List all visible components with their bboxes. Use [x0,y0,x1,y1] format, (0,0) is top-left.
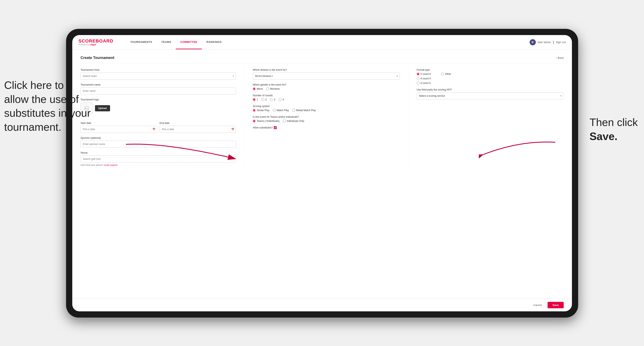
avatar: B [530,39,536,45]
rounds-2-option[interactable]: 2 [262,98,267,101]
scoring-match-option[interactable]: Match Play [273,109,289,112]
rounds-3-option[interactable]: 3 [270,98,276,101]
rounds-1-label: 1 [257,98,258,101]
scoring-api-group: Use third-party live scoring API? Select… [417,88,564,99]
end-date-label: End date [160,122,236,125]
venue-email-link[interactable]: email support [104,164,118,166]
nav-item-committee[interactable]: COMMITTEE [176,35,202,49]
tablet-screen: SCOREBOARD Powered by clippd TOURNAMENTS… [72,35,572,311]
form-column-2: Which division is the event for? NCAA Di… [244,68,400,170]
nav-item-tournaments[interactable]: TOURNAMENTS [126,35,157,49]
substitutes-label: Allow substitutes? [253,126,272,129]
format-other-option[interactable]: Other [441,73,451,75]
format-5count4-radio[interactable] [417,73,420,75]
scoring-stroke-option[interactable]: Stroke Play [253,109,269,112]
scoring-medal-option[interactable]: Medal Match Play [292,109,316,112]
start-date-group: Start date [80,122,157,133]
scoring-medal-label: Medal Match Play [296,109,316,112]
format-6count4-radio[interactable] [417,77,420,80]
scoring-match-label: Match Play [277,109,289,112]
scoring-medal-radio[interactable] [292,109,295,112]
tournament-host-select-wrapper [80,73,236,80]
rounds-label: Number of rounds [253,94,400,97]
rounds-4-label: 4 [282,98,284,101]
nav-item-rankings[interactable]: RANKINGS [202,35,226,49]
separator: | [553,40,554,44]
rounds-group: Number of rounds 1 2 [253,94,400,101]
scoring-label: Scoring system [253,105,400,108]
rounds-3-label: 3 [274,98,276,101]
format-6count4-option[interactable]: 6 count 4 [417,77,564,80]
format-6count5-radio[interactable] [417,82,420,85]
gender-label: Which gender is the event for? [253,83,400,86]
start-date-input[interactable] [80,126,157,133]
logo-powered: Powered by clippd [78,43,113,46]
teams-radio-group: Teams (+Individuals) Individuals Only [253,120,400,123]
teams-plus-individuals-radio[interactable] [253,120,256,123]
tournament-host-label: Tournament Host [80,68,236,71]
individuals-only-radio[interactable] [283,120,286,123]
rounds-3-radio[interactable] [270,98,273,101]
end-date-input[interactable] [160,126,236,133]
substitutes-checkbox-item[interactable]: Allow substitutes? [253,126,400,129]
tablet-device: SCOREBOARD Powered by clippd TOURNAMENTS… [66,29,578,318]
form-footer: Cancel Save [72,299,572,311]
format-other-radio[interactable] [441,73,444,75]
rounds-2-label: 2 [265,98,267,101]
substitutes-group: Allow substitutes? [253,126,400,129]
rounds-1-option[interactable]: 1 [253,98,258,101]
gender-mens-radio[interactable] [253,87,256,90]
substitutes-checkbox[interactable] [274,126,277,129]
signout-link[interactable]: Sign out [556,41,566,44]
gender-womens-option[interactable]: Womens [266,87,280,90]
scoring-stroke-label: Stroke Play [257,109,269,112]
scoring-group: Scoring system Stroke Play Match Play [253,105,400,112]
division-label: Which division is the event for? [253,68,400,71]
end-date-wrapper [160,126,236,133]
gender-radio-group: Mens Womens [253,87,400,90]
scoring-api-label: Use third-party live scoring API? [417,88,564,91]
nav-items: TOURNAMENTS TEAMS COMMITTEE RANKINGS [126,35,226,49]
back-button[interactable]: ‹ Back [556,56,564,59]
tournament-host-group: Tournament Host [80,68,236,80]
arrow-right-svg [479,138,557,159]
division-select-wrapper: NCAA Division I [253,73,400,80]
page-header: Create Tournament ‹ Back [80,56,564,63]
rounds-2-radio[interactable] [262,98,264,101]
tournament-host-input[interactable] [80,73,236,80]
upload-button[interactable]: Upload [95,105,110,111]
scoring-api-select[interactable]: Select a scoring service [417,92,564,99]
main-content: Create Tournament ‹ Back Tournament Host [72,49,572,299]
rounds-4-option[interactable]: 4 [278,98,284,101]
format-6count5-option[interactable]: 6 count 5 [417,82,564,85]
tournament-name-group: Tournament name [80,83,236,94]
format-6count5-label: 6 count 5 [420,82,431,85]
start-date-label: Start date [80,122,157,125]
format-6count4-label: 6 count 4 [420,77,431,80]
format-5count4-option[interactable]: 5 count 4 [417,73,431,75]
rounds-1-radio[interactable] [253,98,256,101]
tournament-name-input[interactable] [80,87,236,94]
save-button[interactable]: Save [548,302,564,308]
cancel-button[interactable]: Cancel [530,302,545,308]
nav-item-teams[interactable]: TEAMS [157,35,176,49]
format-other-label: Other [445,73,451,75]
gender-mens-option[interactable]: Mens [253,87,263,90]
scoring-radio-group: Stroke Play Match Play Medal Match Play [253,109,400,112]
scoring-stroke-radio[interactable] [253,109,256,112]
gender-womens-radio[interactable] [266,87,269,90]
individuals-only-option[interactable]: Individuals Only [283,120,304,123]
format-5count4-label: 5 count 4 [420,73,431,75]
rounds-4-radio[interactable] [278,98,282,101]
arrow-left-svg [124,140,244,165]
teams-plus-individuals-option[interactable]: Teams (+Individuals) [253,120,279,123]
teams-label: Is this event for Teams and/or Individua… [253,116,400,118]
division-select[interactable]: NCAA Division I [253,73,400,80]
tournament-logo-label: Tournament logo [80,98,236,101]
gender-womens-label: Womens [270,87,280,90]
tournament-name-label: Tournament name [80,83,236,86]
teams-plus-individuals-label: Teams (+Individuals) [257,120,279,123]
user-name: blair admin [538,41,551,44]
scoring-match-radio[interactable] [273,109,276,112]
date-row: Start date End date [80,122,236,133]
